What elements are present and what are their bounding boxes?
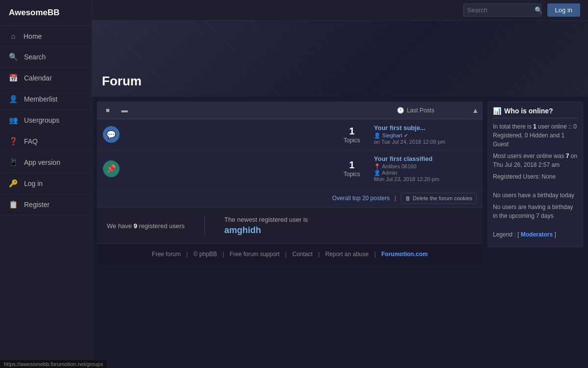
main-content: 🔍 Log in Forum ■ ▬ 🕐 Last Posts ▲ <box>92 0 588 368</box>
trash-icon: 🗑 <box>405 195 411 201</box>
who-online-header: 📊 Who is online? <box>493 107 578 118</box>
forum-icon-topics: 💬 <box>103 126 120 143</box>
search-input[interactable] <box>463 3 541 17</box>
admin-label: 👤 Admin <box>374 170 477 176</box>
moderators-link[interactable]: Moderators <box>521 231 553 238</box>
sidebar-item-faq[interactable]: ❓ FAQ <box>0 131 92 152</box>
online-total-text: In total there is 1 user online :: 0 Reg… <box>493 122 578 149</box>
forum-main: ■ ▬ 🕐 Last Posts ▲ 💬 <box>97 102 483 264</box>
calendar-icon: 📅 <box>9 74 18 82</box>
footer-link-report-abuse[interactable]: Report an abuse <box>325 251 369 258</box>
forum-section: 💬 1 Topics Your first subje... 👤 Sieghar… <box>97 119 483 187</box>
chart-icon: 📊 <box>493 107 501 115</box>
most-ever-text: Most users ever online was 7 on Thu Jul … <box>493 152 578 169</box>
hero-banner: Forum <box>92 21 588 97</box>
register-icon: 📋 <box>9 200 18 209</box>
usergroups-icon: 👥 <box>9 116 18 125</box>
birthday-line2: No users are having a birthday in the up… <box>493 203 578 220</box>
legend-text: Legend : [ Moderators ] <box>493 230 578 239</box>
clock-icon: 🕐 <box>397 107 404 114</box>
footer-sep: | <box>222 251 224 258</box>
forum-tabs-bar: ■ ▬ 🕐 Last Posts ▲ <box>97 102 483 119</box>
app-version-icon: 📱 <box>9 158 18 167</box>
sidebar-item-home[interactable]: ⌂ Home <box>0 26 92 47</box>
url-bar: https://awesomebb.forumotion.net/groups <box>92 360 107 368</box>
topics-icon: 💬 <box>106 130 116 139</box>
registered-users-count-text: We have 9 registered users <box>107 222 185 230</box>
sidebar-right: 📊 Who is online? In total there is 1 use… <box>488 102 583 247</box>
login-button[interactable]: Log in <box>547 3 580 17</box>
topics-count: 1 Topics <box>335 126 369 144</box>
user-icon: 👤 Sieghart ✔ <box>374 132 477 139</box>
footer-link-forum-support[interactable]: Free forum support <box>230 251 280 258</box>
separator: | <box>394 195 396 202</box>
forum-area: ■ ▬ 🕐 Last Posts ▲ 💬 <box>92 97 588 368</box>
footer-link-contact[interactable]: Contact <box>293 251 313 258</box>
sidebar-label-login: Log in <box>24 180 43 187</box>
who-online-title: Who is online? <box>504 107 553 115</box>
sidebar-item-memberlist[interactable]: 👤 Memberlist <box>0 89 92 110</box>
sidebar-label-faq: FAQ <box>24 137 38 145</box>
search-icon: 🔍 <box>9 53 18 61</box>
footer-sep: | <box>318 251 319 258</box>
page-title: Forum <box>102 74 142 89</box>
forum-bottom-bar: Overall top 20 posters | 🗑 Delete the fo… <box>97 188 483 208</box>
last-post-date: Mon Jul 23, 2018 12:20 pm <box>374 176 477 182</box>
last-post-info: Your first classified 📍 Antibes 06160 👤 … <box>374 155 477 182</box>
location-icon: 📍 Antibes 06160 <box>374 163 477 170</box>
birthday-line1: No users have a birthday today <box>493 191 578 200</box>
search-icon-top: 🔍 <box>535 6 542 14</box>
sidebar-brand: AwesomeBB <box>0 0 92 26</box>
online-count: 1 <box>533 123 537 130</box>
footer-link-forumotion[interactable]: Forumotion.com <box>381 251 428 258</box>
tab-icon2[interactable]: ▬ <box>117 104 133 117</box>
login-icon: 🔑 <box>9 179 18 188</box>
last-post-info: Your first subje... 👤 Sieghart ✔ on Tue … <box>374 124 477 145</box>
table-row: 💬 1 Topics Your first subje... 👤 Sieghar… <box>97 119 483 150</box>
sidebar-label-register: Register <box>24 201 49 209</box>
sidebar-label-usergroups: Usergroups <box>24 116 59 124</box>
forum-icon-classifieds: 📌 <box>103 160 120 177</box>
last-post-title[interactable]: Your first classified <box>374 155 477 162</box>
stats-area: We have 9 registered users The newest re… <box>97 208 483 243</box>
footer-sep: | <box>186 251 188 258</box>
last-post-title[interactable]: Your first subje... <box>374 124 477 131</box>
home-icon: ⌂ <box>9 32 18 40</box>
delete-cookies-button[interactable]: 🗑 Delete the forum cookies <box>401 193 477 204</box>
footer-link-free-forum[interactable]: Free forum <box>152 251 181 258</box>
footer: Free forum | © phpBB | Free forum suppor… <box>97 243 483 264</box>
overall-top-posters-link[interactable]: Overall top 20 posters <box>332 195 390 202</box>
collapse-button[interactable]: ▲ <box>472 106 479 114</box>
registered-count: 9 <box>134 222 137 230</box>
sidebar-item-search[interactable]: 🔍 Search <box>0 47 92 68</box>
faq-icon: ❓ <box>9 137 18 146</box>
sidebar-label-search: Search <box>24 53 46 61</box>
sidebar-item-usergroups[interactable]: 👥 Usergroups <box>0 110 92 131</box>
memberlist-icon: 👤 <box>9 95 18 104</box>
newest-user: amghidh <box>224 225 308 236</box>
last-posts-header: 🕐 Last Posts <box>364 107 467 114</box>
sidebar-label-app-version: App version <box>24 158 60 166</box>
sidebar-item-app-version[interactable]: 📱 App version <box>0 152 92 173</box>
topbar: 🔍 Log in <box>92 0 588 21</box>
footer-link-phpbb[interactable]: © phpBB <box>194 251 217 258</box>
who-online-panel: 📊 Who is online? In total there is 1 use… <box>488 102 583 247</box>
most-ever-count: 7 <box>566 153 569 159</box>
table-row: 📌 1 Topics Your first classified 📍 Antib… <box>97 150 483 187</box>
sidebar-label-calendar: Calendar <box>24 74 52 82</box>
sidebar: AwesomeBB ⌂ Home 🔍 Search 📅 Calendar 👤 M… <box>0 0 92 368</box>
last-posts-label: Last Posts <box>407 107 434 114</box>
sidebar-label-home: Home <box>24 32 42 40</box>
newest-user-section: The newest registered user is amghidh <box>224 216 308 236</box>
sidebar-label-memberlist: Memberlist <box>24 95 57 103</box>
tab-icon1[interactable]: ■ <box>101 104 115 117</box>
sidebar-item-calendar[interactable]: 📅 Calendar <box>0 68 92 89</box>
topics-count: 1 Topics <box>335 159 369 178</box>
registered-users-label: Registered Users: None <box>493 172 578 181</box>
classified-icon: 📌 <box>106 164 116 173</box>
sidebar-item-register[interactable]: 📋 Register <box>0 194 92 215</box>
last-post-date: on Tue Jul 24, 2018 12:09 pm <box>374 139 477 145</box>
sidebar-item-login[interactable]: 🔑 Log in <box>0 173 92 194</box>
footer-sep: | <box>374 251 376 258</box>
footer-sep: | <box>285 251 287 258</box>
